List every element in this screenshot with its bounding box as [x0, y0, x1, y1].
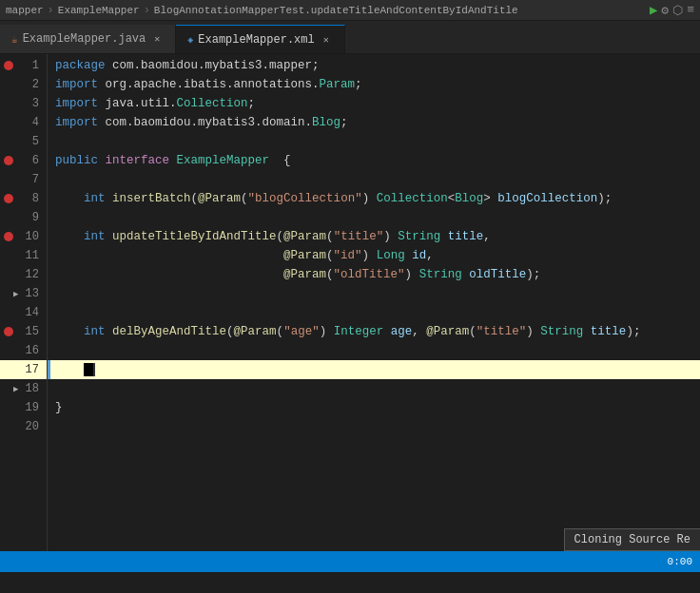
code-line-20 — [48, 417, 700, 436]
java-icon: ☕ — [11, 33, 18, 46]
line-num-12: 12 — [0, 265, 47, 284]
line-num-2: 2 — [0, 75, 47, 94]
tab-xml-close[interactable]: ✕ — [320, 33, 333, 47]
code-line-2: import org.apache.ibatis.annotations.Par… — [48, 75, 700, 94]
cloning-source-box: Cloning Source Re — [564, 528, 700, 551]
line-num-3: 3 — [0, 94, 47, 113]
line-num-5: 5 — [0, 132, 47, 151]
code-line-7 — [48, 170, 700, 189]
code-line-5 — [48, 132, 700, 151]
tab-java-label: ExampleMapper.java — [23, 32, 146, 46]
run-icon[interactable]: ▶ — [650, 2, 657, 18]
nav-separator2: › — [144, 4, 150, 17]
gear-icon[interactable]: ⚙ — [661, 3, 669, 18]
line-num-10: 10 — [0, 227, 47, 246]
code-line-1: package com.baomidou.mybatis3.mapper; — [48, 56, 700, 75]
line-num-16: 16 — [0, 341, 47, 360]
line-num-8: 8 — [0, 189, 47, 208]
code-line-14 — [48, 303, 700, 322]
line-num-4: 4 — [0, 113, 47, 132]
line-num-13: 13 — [0, 284, 47, 303]
more-icon[interactable]: ≡ — [687, 3, 694, 17]
code-line-9 — [48, 208, 700, 227]
nav-separator: › — [48, 4, 54, 17]
line-num-14: 14 — [0, 303, 47, 322]
line-num-19: 19 — [0, 398, 47, 417]
status-bar: 0:00 — [0, 551, 700, 572]
nav-item-blog-test[interactable]: BlogAnnotationMapperTest.updateTitleAndC… — [154, 5, 518, 16]
line-num-7: 7 — [0, 170, 47, 189]
top-nav-bar: mapper › ExampleMapper › BlogAnnotationM… — [0, 0, 700, 21]
tab-xml[interactable]: ◈ ExampleMapper.xml ✕ — [176, 25, 344, 53]
code-line-15: int delByAgeAndTitle(@Param("age") Integ… — [48, 322, 700, 341]
tab-xml-label: ExampleMapper.xml — [198, 33, 314, 47]
nav-item-mapper[interactable]: mapper — [6, 5, 44, 16]
code-line-6: public interface ExampleMapper { — [48, 151, 700, 170]
line-num-15: 15 — [0, 322, 47, 341]
code-line-10: int updateTitleByIdAndTitle(@Param("titl… — [48, 227, 700, 246]
code-line-11: @Param("id") Long id, — [48, 246, 700, 265]
xml-icon: ◈ — [187, 34, 193, 46]
nav-item-example-mapper[interactable]: ExampleMapper — [58, 5, 140, 16]
code-line-16 — [48, 341, 700, 360]
line-num-11: 11 — [0, 246, 47, 265]
line-number-gutter: 1 2 3 4 5 6 7 8 9 10 11 12 13 14 15 16 1… — [0, 54, 48, 572]
cloning-source-label: Cloning Source Re — [574, 533, 690, 546]
line-num-9: 9 — [0, 208, 47, 227]
tab-bar: ☕ ExampleMapper.java ✕ ◈ ExampleMapper.x… — [0, 21, 700, 54]
code-line-19: } — [48, 398, 700, 417]
status-time: 0:00 — [668, 556, 692, 567]
code-line-8: int insertBatch(@Param("blogCollection")… — [48, 189, 700, 208]
code-line-3: import java.util.Collection; — [48, 94, 700, 113]
line-num-17: 17 — [0, 360, 47, 379]
line-num-1: 1 — [0, 56, 47, 75]
line-num-18: 18 — [0, 379, 47, 398]
action-icon[interactable]: ⬡ — [672, 3, 683, 18]
line-num-6: 6 — [0, 151, 47, 170]
code-line-12: @Param("oldTitle") String oldTitle); — [48, 265, 700, 284]
code-content[interactable]: package com.baomidou.mybatis3.mapper; im… — [48, 54, 700, 572]
code-line-18 — [48, 379, 700, 398]
tab-java[interactable]: ☕ ExampleMapper.java ✕ — [0, 25, 176, 53]
tab-java-close[interactable]: ✕ — [150, 32, 164, 46]
code-line-13 — [48, 284, 700, 303]
code-line-17[interactable]: s — [48, 360, 700, 379]
code-line-4: import com.baomidou.mybatis3.domain.Blog… — [48, 113, 700, 132]
line-num-20: 20 — [0, 417, 47, 436]
editor-area: 1 2 3 4 5 6 7 8 9 10 11 12 13 14 15 16 1… — [0, 54, 700, 572]
